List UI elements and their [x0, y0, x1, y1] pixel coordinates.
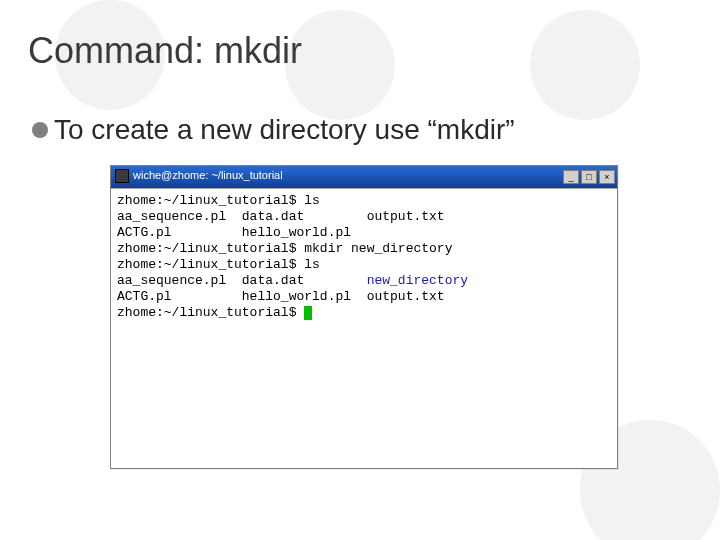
terminal-line: zhome:~/linux_tutorial$ mkdir new_direct…: [117, 241, 611, 257]
bullet-icon: [32, 122, 48, 138]
terminal-prompt: zhome:~/linux_tutorial$: [117, 305, 304, 320]
bullet-row: To create a new directory use “mkdir”: [0, 72, 720, 146]
terminal-body: zhome:~/linux_tutorial$ ls aa_sequence.p…: [111, 188, 617, 468]
terminal-line: aa_sequence.pl data.dat output.txt: [117, 209, 611, 225]
cursor-icon: [304, 306, 312, 320]
terminal-window: wiche@zhome: ~/linux_tutorial _ □ × zhom…: [110, 165, 618, 469]
slide-title: Command: mkdir: [0, 0, 720, 72]
terminal-line: zhome:~/linux_tutorial$: [117, 305, 611, 321]
terminal-text: aa_sequence.pl data.dat: [117, 273, 367, 288]
close-button[interactable]: ×: [599, 170, 615, 184]
minimize-button[interactable]: _: [563, 170, 579, 184]
terminal-line: zhome:~/linux_tutorial$ ls: [117, 193, 611, 209]
maximize-button[interactable]: □: [581, 170, 597, 184]
directory-name: new_directory: [367, 273, 468, 288]
titlebar: wiche@zhome: ~/linux_tutorial _ □ ×: [111, 166, 617, 188]
window-title: wiche@zhome: ~/linux_tutorial: [133, 169, 283, 181]
terminal-line: ACTG.pl hello_world.pl: [117, 225, 611, 241]
bullet-text: To create a new directory use “mkdir”: [54, 114, 515, 146]
terminal-line: zhome:~/linux_tutorial$ ls: [117, 257, 611, 273]
app-icon: [115, 169, 129, 183]
terminal-line: ACTG.pl hello_world.pl output.txt: [117, 289, 611, 305]
terminal-line: aa_sequence.pl data.dat new_directory: [117, 273, 611, 289]
